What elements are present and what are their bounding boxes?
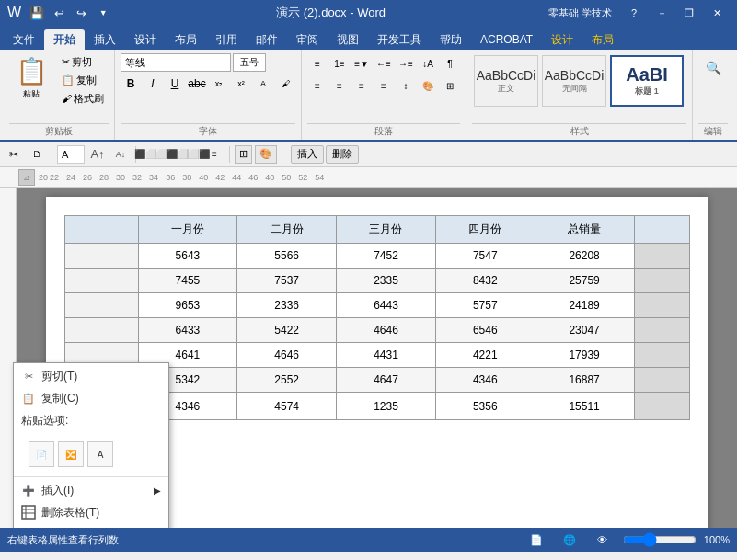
- paste-button[interactable]: 📋 粘贴: [9, 53, 53, 103]
- justify-button[interactable]: ≡: [374, 75, 394, 96]
- cell-3-2: 5422: [237, 318, 337, 343]
- ctx-distribute-rows[interactable]: 平均分布各行(N): [14, 523, 168, 528]
- font-up-btn[interactable]: A↑: [87, 144, 108, 165]
- insert-arrow: ▶: [154, 486, 161, 496]
- minimize-btn[interactable]: －: [649, 4, 674, 22]
- tab-developer[interactable]: 开发工具: [368, 29, 431, 50]
- shading-button[interactable]: 🎨: [418, 75, 438, 96]
- sort-button[interactable]: ↕A: [418, 53, 438, 74]
- font-name-box[interactable]: 等线: [121, 53, 231, 72]
- table-row: 643354224646654623047: [64, 318, 689, 343]
- zoom-slider[interactable]: [623, 532, 697, 547]
- tab-table-design[interactable]: 设计: [542, 29, 582, 50]
- tab-mailings[interactable]: 邮件: [247, 29, 287, 50]
- superscript-button[interactable]: x²: [231, 74, 251, 94]
- tab-home[interactable]: 开始: [44, 29, 85, 50]
- style-no-spacing[interactable]: AaBbCcDi 无间隔: [542, 55, 606, 107]
- tab-acrobat[interactable]: ACROBAT: [471, 29, 542, 50]
- paste-keep-source[interactable]: 📄: [29, 441, 54, 467]
- close-btn[interactable]: ✕: [704, 4, 730, 22]
- cell-1-3: 2335: [337, 269, 436, 293]
- ctx-copy-label: 复制(C): [41, 391, 79, 406]
- strikethrough-button[interactable]: abc: [187, 74, 207, 94]
- header-cell-2: 二月份: [237, 216, 337, 244]
- font-size-box[interactable]: 五号: [233, 53, 266, 72]
- ctx-delete-table[interactable]: 删除表格(T): [14, 501, 168, 523]
- ctx-copy[interactable]: 📋 复制(C): [14, 387, 168, 409]
- editing-group-top: 🔍: [698, 53, 728, 121]
- redo-quick-btn[interactable]: ↪: [71, 3, 91, 23]
- cell-0-4: 7547: [435, 244, 535, 269]
- view-web-btn[interactable]: 🌐: [557, 531, 582, 549]
- view-print-btn[interactable]: 📄: [524, 531, 549, 549]
- cell-0-extra: [634, 244, 689, 269]
- copy-button[interactable]: 📋复制: [57, 72, 109, 88]
- numbering-button[interactable]: 1≡: [329, 53, 350, 74]
- delete-table-icon: [21, 505, 36, 520]
- decrease-indent-button[interactable]: ←≡: [374, 53, 394, 74]
- context-menu: ✂ 剪切(T) 📋 复制(C) 粘贴选项: 📄 🔀 A ➕ 插入(I) ▶ 删除…: [13, 362, 169, 528]
- tab-table-layout[interactable]: 布局: [582, 29, 623, 50]
- subscript-button[interactable]: x₂: [209, 74, 229, 94]
- cell-5-2: 2552: [237, 368, 337, 393]
- line-spacing-button[interactable]: ↕: [396, 75, 416, 96]
- style-normal[interactable]: AaBbCcDi 正文: [474, 55, 538, 107]
- italic-button[interactable]: I: [143, 74, 163, 94]
- align-center-button[interactable]: ≡: [329, 75, 350, 96]
- font-color-button[interactable]: A: [253, 74, 273, 94]
- main-area: 一月份 二月份 三月份 四月份 总销量 56435566745275472620…: [0, 188, 737, 528]
- cell-5-5: 16887: [535, 368, 634, 393]
- delete-btn[interactable]: 删除: [326, 145, 359, 164]
- tab-layout[interactable]: 布局: [166, 29, 206, 50]
- tab-help[interactable]: 帮助: [431, 29, 471, 50]
- restore-btn[interactable]: ❐: [676, 4, 702, 22]
- ctx-cut[interactable]: ✂ 剪切(T): [14, 365, 168, 387]
- tab-design[interactable]: 设计: [125, 29, 166, 50]
- highlight-button[interactable]: 🖌: [275, 74, 295, 94]
- window-title: 演示 (2).docx - Word: [276, 5, 386, 21]
- align-left-button[interactable]: ≡: [307, 75, 328, 96]
- tab-review[interactable]: 审阅: [287, 29, 328, 50]
- copy-icon[interactable]: 🗋: [27, 144, 47, 165]
- cell-1-2: 7537: [237, 269, 337, 293]
- view-read-btn[interactable]: 👁: [590, 531, 616, 549]
- cell-5-extra: [634, 368, 689, 393]
- undo-quick-btn[interactable]: ↩: [49, 3, 69, 23]
- justify-small[interactable]: ≡: [204, 144, 225, 165]
- editing-group-label: 编辑: [698, 123, 728, 140]
- help-btn[interactable]: ?: [621, 4, 647, 22]
- shading-icon[interactable]: 🎨: [255, 145, 277, 164]
- font-down-btn[interactable]: A↓: [110, 144, 131, 165]
- ruler-corner[interactable]: ⊿: [18, 169, 35, 186]
- bold-button[interactable]: B: [121, 74, 141, 94]
- paste-text-only[interactable]: A: [87, 441, 113, 467]
- tab-view[interactable]: 视图: [328, 29, 368, 50]
- cut-button[interactable]: ✂剪切: [57, 53, 109, 70]
- cell-border-icon[interactable]: ⊞: [235, 145, 252, 164]
- app-label: 零基础 学技术: [548, 6, 612, 20]
- bullets-button[interactable]: ≡: [307, 53, 328, 74]
- insert-btn[interactable]: 插入: [291, 145, 324, 164]
- font-size-small[interactable]: A: [57, 145, 85, 164]
- show-marks-button[interactable]: ¶: [440, 53, 460, 74]
- align-right-small[interactable]: ⬜⬜⬛: [183, 144, 203, 165]
- scissors-icon[interactable]: ✂: [4, 144, 24, 165]
- tab-file[interactable]: 文件: [4, 29, 44, 50]
- format-painter-button[interactable]: 🖌格式刷: [57, 90, 109, 107]
- clipboard-group-top: 📋 粘贴 ✂剪切 📋复制 🖌格式刷: [9, 53, 109, 121]
- save-quick-btn[interactable]: 💾: [27, 3, 47, 23]
- align-right-button[interactable]: ≡: [351, 75, 372, 96]
- multilevel-button[interactable]: ≡▼: [351, 53, 372, 74]
- customize-quick-btn[interactable]: ▼: [93, 3, 113, 23]
- increase-indent-button[interactable]: →≡: [396, 53, 416, 74]
- find-button[interactable]: 🔍: [698, 53, 728, 83]
- paste-merge-format[interactable]: 🔀: [58, 441, 84, 467]
- underline-button[interactable]: U: [165, 74, 185, 94]
- tab-references[interactable]: 引用: [206, 29, 247, 50]
- style-heading1[interactable]: AaBI 标题 1: [610, 55, 684, 107]
- editing-group: 🔍 编辑: [693, 50, 733, 140]
- tab-insert[interactable]: 插入: [85, 29, 125, 50]
- ctx-insert[interactable]: ➕ 插入(I) ▶: [14, 479, 168, 501]
- font-group-label: 字体: [121, 123, 295, 140]
- borders-button[interactable]: ⊞: [440, 75, 460, 96]
